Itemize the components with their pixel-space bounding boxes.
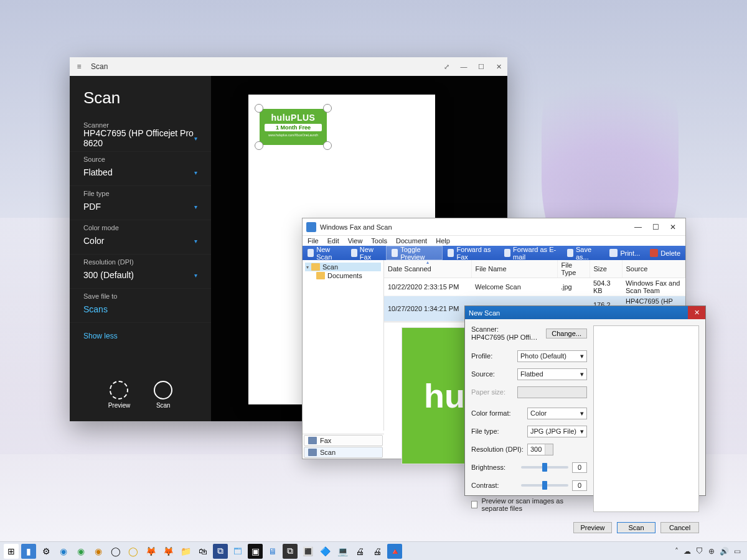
expand-icon[interactable]: ⤢ [438, 63, 455, 71]
scan-icon [154, 381, 172, 399]
scan-taskbar-icon[interactable]: 🔺 [387, 544, 402, 559]
contrast-value[interactable]: 0 [572, 480, 587, 491]
col-filetype[interactable]: File Type [557, 260, 590, 278]
profile-select[interactable]: Photo (Default)▾ [517, 350, 587, 362]
start-button[interactable]: ⊞ [4, 544, 19, 559]
tab-scan[interactable]: Scan [304, 447, 383, 458]
show-less-link[interactable]: Show less [70, 323, 211, 349]
preview-button[interactable]: Preview [108, 381, 131, 409]
scan-button[interactable]: Scan [617, 522, 655, 533]
taskbar-icon[interactable]: ⧉ [283, 544, 298, 559]
tray-onedrive-icon[interactable]: ☁ [684, 547, 691, 556]
terminal-icon[interactable]: ▣ [248, 544, 263, 559]
wfs-titlebar[interactable]: Windows Fax and Scan — ☐ ✕ [303, 218, 685, 236]
col-source[interactable]: Source [622, 260, 685, 278]
taskbar-icon[interactable]: 🔷 [317, 544, 332, 559]
saveto-label: Save file to [83, 292, 197, 300]
tb-print[interactable]: Print... [604, 246, 645, 260]
chrome-canary-icon[interactable]: ◯ [126, 544, 141, 559]
menu-file[interactable]: File [308, 237, 319, 245]
tb-delete[interactable]: Delete [645, 246, 685, 260]
edge-dev-icon[interactable]: ◉ [73, 544, 88, 559]
edge-canary-icon[interactable]: ◉ [91, 544, 106, 559]
maximize-button[interactable]: ☐ [472, 63, 490, 71]
colorformat-select[interactable]: Color▾ [527, 408, 587, 419]
brightness-label: Brightness: [471, 464, 517, 471]
tree-node-documents[interactable]: Documents [305, 271, 381, 280]
minimize-button[interactable]: — [629, 223, 647, 231]
menu-document[interactable]: Document [396, 237, 427, 245]
colormode-field[interactable]: Color mode Color▾ [70, 220, 211, 254]
scan-titlebar[interactable]: ≡ Scan ⤢ — ☐ ✕ [70, 57, 507, 76]
menu-edit[interactable]: Edit [327, 237, 339, 245]
tb-forward-email[interactable]: Forward as E-mail [499, 246, 562, 260]
tray-volume-icon[interactable]: 🔊 [720, 547, 729, 556]
taskbar-icon[interactable]: 🔳 [300, 544, 315, 559]
taskbar-icon[interactable]: 🖨 [370, 544, 385, 559]
table-row[interactable]: 10/22/2020 2:33:15 PMWelcome Scan.jpg504… [384, 278, 685, 296]
resolution-spinner[interactable]: 300 [527, 444, 553, 455]
saveto-field[interactable]: Save file to Scans [70, 289, 211, 323]
hamburger-icon[interactable]: ≡ [70, 62, 88, 71]
menu-view[interactable]: View [348, 237, 363, 245]
chevron-down-icon: ▾ [580, 409, 584, 418]
checkbox-icon[interactable] [471, 501, 477, 508]
menu-tools[interactable]: Tools [371, 237, 387, 245]
source-select[interactable]: Flatbed▾ [517, 368, 587, 380]
tree-node-scan[interactable]: ▾Scan [305, 263, 381, 271]
crop-handle-tr[interactable] [323, 104, 332, 113]
taskbar-icon[interactable]: 💻 [335, 544, 350, 559]
tb-toggle-preview[interactable]: Toggle Preview [386, 246, 443, 260]
scan-button[interactable]: Scan [154, 381, 172, 409]
scanner-field[interactable]: Scanner HP4C7695 (HP Officejet Pro 8620▾ [70, 118, 211, 152]
tray-overflow-icon[interactable]: ˄ [675, 547, 679, 556]
new-scan-titlebar[interactable]: New Scan ✕ [465, 306, 705, 319]
col-date[interactable]: Date Scanned [384, 260, 471, 278]
crop-selection[interactable]: huluPLUS 1 Month Free www.huluplus.com/X… [256, 106, 330, 148]
tray-security-icon[interactable]: ⛉ [696, 547, 703, 556]
minimize-button[interactable]: — [455, 63, 472, 70]
menu-help[interactable]: Help [436, 237, 450, 245]
filetype-select[interactable]: JPG (JPG File)▾ [527, 426, 587, 437]
close-button[interactable]: ✕ [490, 63, 507, 71]
resolution-field[interactable]: Resolution (DPI) 300 (Default)▾ [70, 254, 211, 289]
explorer-icon[interactable]: 📁 [178, 544, 193, 559]
source-field[interactable]: Source Flatbed▾ [70, 152, 211, 186]
filetype-field[interactable]: File type PDF▾ [70, 186, 211, 220]
col-size[interactable]: Size [590, 260, 622, 278]
firefox-icon[interactable]: 🦊 [143, 544, 158, 559]
chrome-icon[interactable]: ◯ [108, 544, 123, 559]
close-button[interactable]: ✕ [664, 223, 682, 231]
crop-handle-br[interactable] [323, 141, 332, 150]
edge-icon[interactable]: ◉ [56, 544, 71, 559]
tb-forward-fax[interactable]: Forward as Fax [443, 246, 499, 260]
tb-new-scan[interactable]: New Scan [303, 246, 346, 260]
taskbar-icon[interactable]: 🗔 [230, 544, 245, 559]
powershell-icon[interactable]: ⧉ [213, 544, 228, 559]
contrast-slider[interactable] [521, 484, 568, 487]
maximize-button[interactable]: ☐ [647, 223, 664, 231]
tray-notifications-icon[interactable]: ▭ [734, 547, 741, 556]
brightness-value[interactable]: 0 [572, 462, 587, 473]
tb-new-fax[interactable]: New Fax [346, 246, 386, 260]
scanner-value: HP4C7695 (HP Officejet Pro 8620 [83, 128, 194, 148]
close-button[interactable]: ✕ [688, 306, 705, 319]
store-icon[interactable]: 🛍 [195, 544, 210, 559]
new-scan-preview-pane[interactable] [593, 325, 699, 512]
brightness-slider[interactable] [521, 466, 568, 469]
crop-handle-tl[interactable] [255, 104, 263, 113]
col-filename[interactable]: File Name [471, 260, 557, 278]
firefox-nightly-icon[interactable]: 🦊 [161, 544, 176, 559]
cancel-button[interactable]: Cancel [660, 522, 699, 533]
separate-files-checkbox[interactable]: Preview or scan images as separate files [471, 497, 587, 512]
settings-icon[interactable]: ⚙ [39, 544, 54, 559]
tray-network-icon[interactable]: ⊕ [708, 547, 715, 556]
crop-handle-bl[interactable] [255, 141, 263, 150]
taskbar-icon[interactable]: ▮ [21, 544, 36, 559]
tb-save-as[interactable]: Save as... [562, 246, 605, 260]
change-scanner-button[interactable]: Change... [546, 329, 587, 338]
taskbar-icon[interactable]: 🖥 [265, 544, 280, 559]
wfs-taskbar-icon[interactable]: 🖨 [352, 544, 367, 559]
tab-fax[interactable]: Fax [304, 435, 383, 446]
preview-button[interactable]: Preview [573, 522, 612, 533]
